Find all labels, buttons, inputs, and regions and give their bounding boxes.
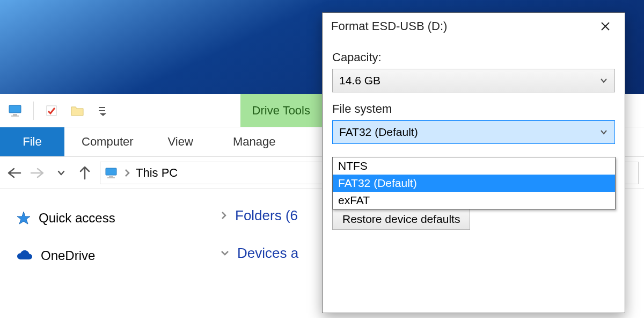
sidebar-item-label: OneDrive <box>41 248 95 263</box>
filesystem-dropdown-list: NTFS FAT32 (Default) exFAT <box>332 157 616 209</box>
quick-access-toolbar <box>0 94 119 127</box>
tab-file-label: File <box>23 135 41 149</box>
dialog-title: Format ESD-USB (D:) <box>331 19 447 33</box>
svg-rect-1 <box>13 114 17 115</box>
dialog-titlebar[interactable]: Format ESD-USB (D:) <box>323 13 625 40</box>
section-devices-label: Devices a <box>237 245 298 262</box>
chevron-right-icon[interactable] <box>124 168 130 178</box>
properties-icon[interactable] <box>43 103 60 119</box>
svg-rect-0 <box>9 105 21 113</box>
tab-manage[interactable]: Manage <box>216 127 293 156</box>
tab-file[interactable]: File <box>0 127 64 156</box>
chevron-down-icon <box>599 77 608 84</box>
filesystem-option-exfat[interactable]: exFAT <box>333 192 615 209</box>
sidebar-item-label: Quick access <box>39 211 115 226</box>
capacity-label: Capacity: <box>332 50 615 64</box>
breadcrumb-this-pc[interactable]: This PC <box>136 166 178 180</box>
section-folders-label: Folders (6 <box>235 207 298 224</box>
restore-defaults-label: Restore device defaults <box>342 213 460 225</box>
tab-view[interactable]: View <box>151 127 210 156</box>
svg-rect-3 <box>47 106 56 115</box>
chevron-down-icon <box>220 249 230 257</box>
onedrive-icon <box>16 250 33 262</box>
close-button[interactable] <box>595 16 616 37</box>
sidebar-item-onedrive[interactable]: OneDrive <box>16 242 215 270</box>
up-button[interactable] <box>76 164 93 182</box>
new-folder-icon[interactable] <box>69 103 85 119</box>
navigation-pane: Quick access OneDrive <box>0 189 215 318</box>
back-button[interactable] <box>5 164 23 182</box>
sidebar-item-quick-access[interactable]: Quick access <box>16 204 215 232</box>
drive-tools-contextual-tab[interactable]: Drive Tools <box>240 94 322 127</box>
svg-rect-8 <box>107 177 115 178</box>
svg-rect-5 <box>99 110 105 111</box>
drive-tools-label: Drive Tools <box>252 104 310 118</box>
filesystem-option-ntfs[interactable]: NTFS <box>333 157 615 175</box>
qat-overflow-icon[interactable] <box>95 103 111 119</box>
filesystem-option-fat32[interactable]: FAT32 (Default) <box>333 175 615 192</box>
separator <box>33 102 34 120</box>
this-pc-icon <box>105 167 119 179</box>
chevron-down-icon <box>599 129 608 135</box>
restore-defaults-button[interactable]: Restore device defaults <box>332 208 470 230</box>
quick-access-icon <box>16 211 31 226</box>
svg-rect-7 <box>109 176 113 177</box>
tab-manage-label: Manage <box>233 135 276 149</box>
filesystem-value: FAT32 (Default) <box>339 126 418 139</box>
this-pc-icon[interactable] <box>8 103 24 119</box>
tab-computer-label: Computer <box>82 135 134 149</box>
chevron-right-icon <box>220 210 228 221</box>
svg-rect-2 <box>11 115 19 117</box>
svg-rect-6 <box>106 168 116 175</box>
forward-button[interactable] <box>29 164 46 182</box>
filesystem-dropdown[interactable]: FAT32 (Default) <box>332 120 615 144</box>
filesystem-label: File system <box>332 102 615 116</box>
tab-computer[interactable]: Computer <box>64 127 151 156</box>
svg-rect-4 <box>99 107 105 108</box>
capacity-value: 14.6 GB <box>339 74 380 87</box>
recent-locations-button[interactable] <box>53 164 70 182</box>
tab-view-label: View <box>168 135 193 149</box>
capacity-dropdown[interactable]: 14.6 GB <box>332 69 615 92</box>
format-dialog: Format ESD-USB (D:) Capacity: 14.6 GB Fi… <box>322 12 625 313</box>
close-icon <box>600 21 611 32</box>
